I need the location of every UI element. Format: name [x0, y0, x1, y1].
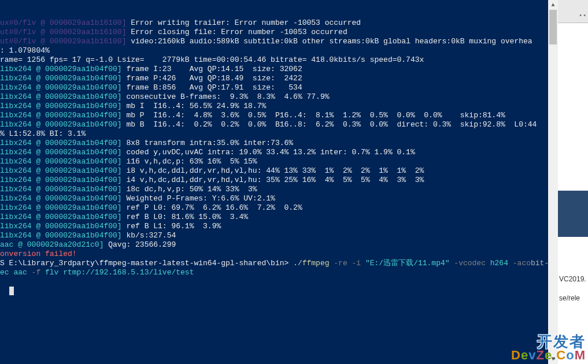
terminal-line: libx264 @ 0000029aa1b04f00] i8 v,h,dc,dd…	[0, 166, 548, 176]
terminal-line: aac @ 0000029aa20d21c0] Qavg: 23566.299	[0, 240, 548, 250]
terminal-line: libx264 @ 0000029aa1b04f00] mb B I16..4:…	[0, 120, 548, 129]
terminal-line: ec aac -f flv rtmp://192.168.5.13/live/t…	[0, 268, 548, 277]
terminal-line: libx264 @ 0000029aa1b04f00] i16 v,h,dc,p…	[0, 157, 548, 166]
terminal-line: libx264 @ 0000029aa1b04f00] mb P I16..4:…	[0, 111, 548, 120]
terminal-output: ux#0/flv @ 0000029aa1b16100] Error writi…	[0, 18, 548, 277]
terminal-scrollbar[interactable]: ▲ ▼	[548, 0, 558, 364]
terminal-line: onversion failed!	[0, 250, 548, 259]
terminal-line: libx264 @ 0000029aa1b04f00] frame P:426 …	[0, 74, 548, 83]
terminal-line: libx264 @ 0000029aa1b04f00] ref B L1: 96…	[0, 222, 548, 231]
terminal-line: libx264 @ 0000029aa1b04f00] consecutive …	[0, 92, 548, 102]
terminal-cursor	[9, 287, 14, 295]
terminal-line: ux#0/flv @ 0000029aa1b16100] Error writi…	[0, 18, 548, 28]
terminal-line: rame= 1256 fps= 17 q=-1.0 Lsize= 2779kB …	[0, 55, 548, 65]
terminal-line: libx264 @ 0000029aa1b04f00] i8c dc,h,v,p…	[0, 185, 548, 194]
terminal-line: libx264 @ 0000029aa1b04f00] frame B:856 …	[0, 83, 548, 92]
powershell-terminal[interactable]: ux#0/flv @ 0000029aa1b16100] Error writi…	[0, 0, 548, 364]
terminal-line: libx264 @ 0000029aa1b04f00] mb I I16..4:…	[0, 102, 548, 111]
terminal-line: libx264 @ 0000029aa1b04f00] ref B L0: 81…	[0, 213, 548, 222]
terminal-line: : 1.079804%	[0, 46, 548, 55]
terminal-line: libx264 @ 0000029aa1b04f00] kb/s:327.54	[0, 231, 548, 240]
scroll-thumb[interactable]	[549, 10, 557, 44]
scroll-down-button[interactable]: ▼	[548, 354, 558, 364]
terminal-line: libx264 @ 0000029aa1b04f00] 8x8 transfor…	[0, 139, 548, 148]
background-editor-pane: • • VC2019. se/rele	[558, 0, 588, 364]
terminal-line: % L1:52.8% BI: 3.1%	[0, 129, 548, 139]
terminal-line: ut#0/flv @ 0000029aa1b16100] Error closi…	[0, 28, 548, 37]
terminal-line: libx264 @ 0000029aa1b04f00] i4 v,h,dc,dd…	[0, 176, 548, 185]
terminal-line: S E:\Library_3rdparty\ffmpeg-master-late…	[0, 259, 548, 268]
terminal-line: libx264 @ 0000029aa1b04f00] frame I:23 A…	[0, 65, 548, 74]
editor-text-fragment-1: VC2019.	[559, 274, 586, 284]
scroll-up-button[interactable]: ▲	[548, 0, 558, 10]
editor-tab-overflow[interactable]: • •	[579, 10, 586, 20]
editor-text-fragment-2: se/rele	[559, 294, 580, 303]
terminal-line: libx264 @ 0000029aa1b04f00] ref P L0: 69…	[0, 203, 548, 213]
editor-selection-band	[558, 191, 588, 237]
terminal-line: libx264 @ 0000029aa1b04f00] coded y,uvDC…	[0, 148, 548, 157]
terminal-line: libx264 @ 0000029aa1b04f00] Weighted P-F…	[0, 194, 548, 203]
terminal-line: ut#0/flv @ 0000029aa1b16100] video:2160k…	[0, 37, 548, 46]
